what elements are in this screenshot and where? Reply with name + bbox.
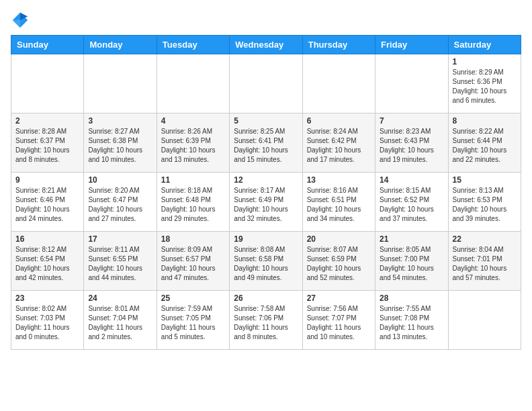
column-header-monday: Monday	[84, 36, 157, 54]
day-info: Sunrise: 8:21 AM Sunset: 6:46 PM Dayligh…	[15, 186, 79, 224]
day-info: Sunrise: 8:15 AM Sunset: 6:52 PM Dayligh…	[380, 186, 443, 224]
day-number: 12	[234, 175, 298, 185]
day-number: 14	[380, 175, 443, 185]
day-number: 26	[234, 293, 298, 303]
column-header-saturday: Saturday	[448, 36, 521, 54]
calendar-cell: 10Sunrise: 8:20 AM Sunset: 6:47 PM Dayli…	[84, 173, 157, 232]
calendar-cell: 14Sunrise: 8:15 AM Sunset: 6:52 PM Dayli…	[375, 173, 448, 232]
day-info: Sunrise: 8:26 AM Sunset: 6:39 PM Dayligh…	[161, 127, 225, 165]
calendar-cell: 23Sunrise: 8:02 AM Sunset: 7:03 PM Dayli…	[11, 291, 84, 350]
calendar-cell	[375, 54, 448, 113]
calendar-cell: 8Sunrise: 8:22 AM Sunset: 6:44 PM Daylig…	[448, 113, 521, 173]
day-number: 1	[453, 57, 517, 66]
day-info: Sunrise: 8:22 AM Sunset: 6:44 PM Dayligh…	[453, 127, 517, 165]
column-header-friday: Friday	[375, 36, 448, 54]
column-header-sunday: Sunday	[11, 36, 84, 54]
day-info: Sunrise: 8:09 AM Sunset: 6:57 PM Dayligh…	[161, 245, 225, 283]
calendar-cell: 4Sunrise: 8:26 AM Sunset: 6:39 PM Daylig…	[157, 113, 229, 173]
calendar-table: SundayMondayTuesdayWednesdayThursdayFrid…	[11, 35, 521, 350]
calendar-cell: 7Sunrise: 8:23 AM Sunset: 6:43 PM Daylig…	[375, 113, 448, 173]
day-number: 6	[307, 116, 371, 126]
day-number: 13	[307, 175, 371, 185]
day-number: 10	[88, 175, 152, 185]
calendar-cell: 20Sunrise: 8:07 AM Sunset: 6:59 PM Dayli…	[302, 232, 375, 291]
day-info: Sunrise: 8:07 AM Sunset: 6:59 PM Dayligh…	[307, 245, 371, 283]
calendar-cell: 13Sunrise: 8:16 AM Sunset: 6:51 PM Dayli…	[302, 173, 375, 232]
day-number: 28	[380, 293, 443, 303]
calendar-cell: 27Sunrise: 7:56 AM Sunset: 7:07 PM Dayli…	[302, 291, 375, 350]
day-number: 15	[453, 175, 517, 185]
calendar-cell: 15Sunrise: 8:13 AM Sunset: 6:53 PM Dayli…	[448, 173, 521, 232]
calendar-week-row: 1Sunrise: 8:29 AM Sunset: 6:36 PM Daylig…	[11, 54, 521, 113]
calendar-cell: 26Sunrise: 7:58 AM Sunset: 7:06 PM Dayli…	[230, 291, 302, 350]
day-number: 3	[88, 116, 152, 126]
day-info: Sunrise: 8:01 AM Sunset: 7:04 PM Dayligh…	[88, 304, 152, 342]
day-number: 19	[234, 234, 298, 244]
logo	[11, 11, 32, 30]
day-info: Sunrise: 8:28 AM Sunset: 6:37 PM Dayligh…	[15, 127, 79, 165]
day-number: 5	[234, 116, 298, 126]
day-number: 24	[88, 293, 152, 303]
day-number: 7	[380, 116, 443, 126]
day-info: Sunrise: 7:55 AM Sunset: 7:08 PM Dayligh…	[380, 304, 443, 342]
day-info: Sunrise: 8:27 AM Sunset: 6:38 PM Dayligh…	[88, 127, 152, 165]
day-number: 17	[88, 234, 152, 244]
calendar-cell: 11Sunrise: 8:18 AM Sunset: 6:48 PM Dayli…	[157, 173, 229, 232]
logo-icon	[11, 11, 30, 30]
calendar-cell: 3Sunrise: 8:27 AM Sunset: 6:38 PM Daylig…	[84, 113, 157, 173]
calendar-cell: 6Sunrise: 8:24 AM Sunset: 6:42 PM Daylig…	[302, 113, 375, 173]
calendar-cell: 2Sunrise: 8:28 AM Sunset: 6:37 PM Daylig…	[11, 113, 84, 173]
calendar-cell: 17Sunrise: 8:11 AM Sunset: 6:55 PM Dayli…	[84, 232, 157, 291]
calendar-header-row: SundayMondayTuesdayWednesdayThursdayFrid…	[11, 36, 521, 54]
day-info: Sunrise: 8:18 AM Sunset: 6:48 PM Dayligh…	[161, 186, 225, 224]
calendar-cell: 21Sunrise: 8:05 AM Sunset: 7:00 PM Dayli…	[375, 232, 448, 291]
day-number: 11	[161, 175, 225, 185]
day-number: 8	[453, 116, 517, 126]
day-number: 21	[380, 234, 443, 244]
day-number: 9	[15, 175, 79, 185]
calendar-cell: 22Sunrise: 8:04 AM Sunset: 7:01 PM Dayli…	[448, 232, 521, 291]
calendar-cell	[230, 54, 302, 113]
day-info: Sunrise: 8:05 AM Sunset: 7:00 PM Dayligh…	[380, 245, 443, 283]
calendar-week-row: 16Sunrise: 8:12 AM Sunset: 6:54 PM Dayli…	[11, 232, 521, 291]
calendar-cell	[11, 54, 84, 113]
calendar-cell: 9Sunrise: 8:21 AM Sunset: 6:46 PM Daylig…	[11, 173, 84, 232]
day-info: Sunrise: 8:04 AM Sunset: 7:01 PM Dayligh…	[453, 245, 517, 283]
calendar-week-row: 23Sunrise: 8:02 AM Sunset: 7:03 PM Dayli…	[11, 291, 521, 350]
day-number: 22	[453, 234, 517, 244]
day-info: Sunrise: 8:24 AM Sunset: 6:42 PM Dayligh…	[307, 127, 371, 165]
day-info: Sunrise: 8:29 AM Sunset: 6:36 PM Dayligh…	[453, 68, 517, 105]
column-header-thursday: Thursday	[302, 36, 375, 54]
day-info: Sunrise: 8:17 AM Sunset: 6:49 PM Dayligh…	[234, 186, 298, 224]
day-number: 23	[15, 293, 79, 303]
calendar-cell: 12Sunrise: 8:17 AM Sunset: 6:49 PM Dayli…	[230, 173, 302, 232]
calendar-cell	[84, 54, 157, 113]
calendar-cell: 1Sunrise: 8:29 AM Sunset: 6:36 PM Daylig…	[448, 54, 521, 113]
calendar-cell	[448, 291, 521, 350]
column-header-wednesday: Wednesday	[230, 36, 302, 54]
day-info: Sunrise: 8:11 AM Sunset: 6:55 PM Dayligh…	[88, 245, 152, 283]
day-info: Sunrise: 7:56 AM Sunset: 7:07 PM Dayligh…	[307, 304, 371, 342]
day-info: Sunrise: 8:13 AM Sunset: 6:53 PM Dayligh…	[453, 186, 517, 224]
day-number: 2	[15, 116, 79, 126]
calendar-cell: 19Sunrise: 8:08 AM Sunset: 6:58 PM Dayli…	[230, 232, 302, 291]
day-number: 20	[307, 234, 371, 244]
calendar-cell: 25Sunrise: 7:59 AM Sunset: 7:05 PM Dayli…	[157, 291, 229, 350]
calendar-cell	[157, 54, 229, 113]
calendar-week-row: 9Sunrise: 8:21 AM Sunset: 6:46 PM Daylig…	[11, 173, 521, 232]
calendar-cell	[302, 54, 375, 113]
page-header	[11, 11, 521, 30]
calendar-cell: 16Sunrise: 8:12 AM Sunset: 6:54 PM Dayli…	[11, 232, 84, 291]
calendar-cell: 24Sunrise: 8:01 AM Sunset: 7:04 PM Dayli…	[84, 291, 157, 350]
day-info: Sunrise: 8:08 AM Sunset: 6:58 PM Dayligh…	[234, 245, 298, 283]
calendar-cell: 18Sunrise: 8:09 AM Sunset: 6:57 PM Dayli…	[157, 232, 229, 291]
day-info: Sunrise: 8:02 AM Sunset: 7:03 PM Dayligh…	[15, 304, 79, 342]
day-number: 18	[161, 234, 225, 244]
day-number: 16	[15, 234, 79, 244]
day-number: 4	[161, 116, 225, 126]
calendar-cell: 5Sunrise: 8:25 AM Sunset: 6:41 PM Daylig…	[230, 113, 302, 173]
day-info: Sunrise: 7:59 AM Sunset: 7:05 PM Dayligh…	[161, 304, 225, 342]
day-number: 25	[161, 293, 225, 303]
day-info: Sunrise: 8:23 AM Sunset: 6:43 PM Dayligh…	[380, 127, 443, 165]
day-info: Sunrise: 8:20 AM Sunset: 6:47 PM Dayligh…	[88, 186, 152, 224]
